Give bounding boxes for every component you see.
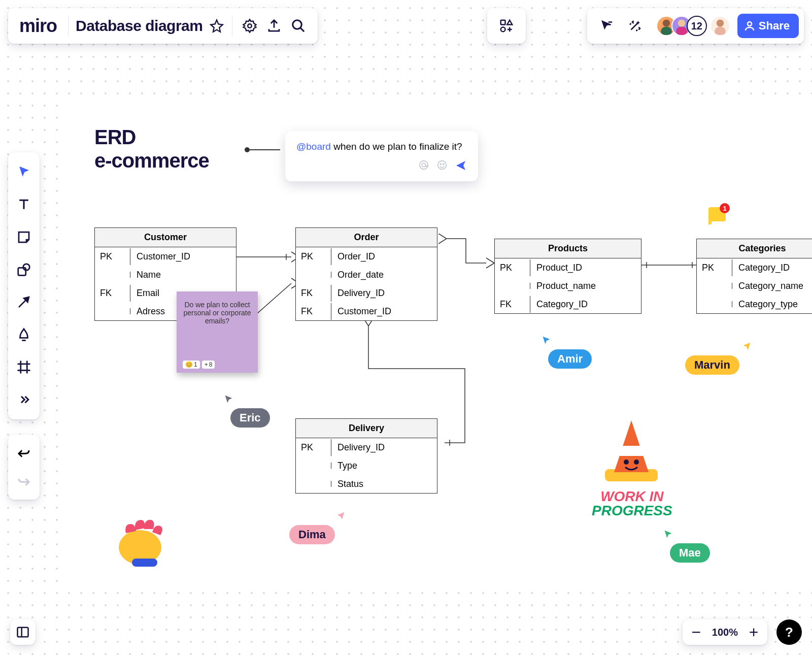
entity-categories-header: Categories bbox=[697, 239, 812, 258]
diagram-title-line2[interactable]: e-commerce bbox=[94, 149, 209, 172]
tool-more[interactable] bbox=[8, 384, 40, 415]
svg-rect-9 bbox=[715, 27, 726, 36]
cursor-eric: Eric bbox=[223, 394, 270, 428]
comment-text: @board when do we plan to finalize it? bbox=[296, 141, 467, 152]
sticker-cone[interactable] bbox=[596, 416, 667, 489]
sticky-reactions[interactable]: 😊1 +8 bbox=[183, 361, 215, 369]
cursor-marvin: Marvin bbox=[741, 341, 752, 375]
cursor-label-amir: Amir bbox=[548, 349, 592, 369]
cursor-amir: Amir bbox=[541, 335, 592, 369]
tool-shape[interactable] bbox=[8, 254, 40, 285]
entity-delivery[interactable]: Delivery PKDelivery_ID Type Status bbox=[295, 418, 437, 494]
connector-order-products[interactable] bbox=[438, 234, 494, 269]
svg-point-15 bbox=[438, 161, 447, 170]
svg-point-22 bbox=[634, 460, 639, 465]
export-icon[interactable] bbox=[262, 14, 286, 38]
svg-point-1 bbox=[293, 20, 302, 29]
svg-point-16 bbox=[440, 163, 441, 165]
zoom-in-button[interactable]: + bbox=[745, 624, 762, 641]
svg-rect-19 bbox=[132, 559, 157, 567]
cursor-label-marvin: Marvin bbox=[685, 355, 739, 375]
connector-products-categories[interactable] bbox=[641, 260, 697, 270]
miro-logo[interactable]: miro bbox=[15, 15, 63, 37]
header-left-panel: miro Database diagram bbox=[8, 8, 318, 44]
tool-select[interactable] bbox=[8, 156, 40, 188]
send-icon[interactable] bbox=[455, 159, 467, 174]
cursor-label-dima: Dima bbox=[289, 525, 335, 544]
help-button[interactable]: ? bbox=[776, 619, 802, 645]
redo-button[interactable] bbox=[8, 467, 40, 496]
svg-point-14 bbox=[422, 163, 425, 167]
svg-point-0 bbox=[248, 24, 252, 28]
sticky-react-1[interactable]: 😊1 bbox=[183, 361, 200, 369]
entity-order[interactable]: Order PKOrder_ID Order_date FKDelivery_I… bbox=[295, 227, 437, 321]
svg-rect-5 bbox=[661, 27, 672, 36]
svg-point-4 bbox=[663, 19, 670, 26]
share-button[interactable]: Share bbox=[737, 14, 799, 38]
categories-comment-badge[interactable]: 1 bbox=[708, 207, 726, 221]
svg-point-8 bbox=[717, 19, 724, 26]
tool-sticky[interactable] bbox=[8, 221, 40, 253]
cursor-mae: Mae bbox=[663, 529, 710, 563]
zoom-out-button[interactable]: − bbox=[688, 624, 705, 641]
svg-point-3 bbox=[501, 27, 505, 32]
entity-delivery-header: Delivery bbox=[296, 419, 437, 438]
svg-point-10 bbox=[748, 22, 752, 26]
mention-icon[interactable] bbox=[418, 159, 429, 174]
panel-toggle-button[interactable] bbox=[10, 619, 36, 645]
settings-icon[interactable] bbox=[238, 14, 262, 38]
entity-customer-header: Customer bbox=[95, 228, 236, 247]
svg-point-6 bbox=[678, 19, 685, 26]
reactions-icon[interactable] bbox=[623, 14, 647, 38]
entity-categories[interactable]: Categories PKCategory_ID Category_name C… bbox=[696, 239, 812, 314]
svg-rect-23 bbox=[18, 628, 28, 637]
header-apps-panel bbox=[487, 8, 526, 44]
tool-frame[interactable] bbox=[8, 351, 40, 383]
sticker-wip-text[interactable]: WORK IN PROGRESS bbox=[592, 489, 672, 518]
entity-products-header: Products bbox=[495, 239, 641, 258]
emoji-icon[interactable] bbox=[436, 159, 448, 174]
svg-point-17 bbox=[443, 163, 444, 165]
header-right-panel: 12 Share bbox=[587, 8, 804, 44]
comment-box[interactable]: @board when do we plan to finalize it? bbox=[285, 131, 478, 181]
zoom-controls: − 100% + bbox=[683, 619, 767, 645]
undo-button[interactable] bbox=[8, 439, 40, 467]
comment-count-badge: 1 bbox=[720, 203, 730, 213]
cursor-dima: Dima bbox=[335, 511, 346, 544]
avatar-count[interactable]: 12 bbox=[687, 16, 707, 36]
participant-avatars[interactable]: 12 bbox=[656, 16, 730, 36]
diagram-title-line1[interactable]: ERD bbox=[94, 126, 136, 149]
add-shape-icon[interactable] bbox=[494, 14, 519, 38]
zoom-value[interactable]: 100% bbox=[712, 627, 738, 638]
sticker-clap[interactable] bbox=[111, 508, 177, 571]
sticky-note[interactable]: Do we plan to collect personal or corpor… bbox=[177, 291, 258, 373]
cursor-label-eric: Eric bbox=[230, 408, 270, 428]
sticky-text: Do we plan to collect personal or corpor… bbox=[183, 301, 252, 325]
comment-pin-icon bbox=[250, 149, 280, 150]
entity-order-header: Order bbox=[296, 228, 437, 247]
star-icon[interactable] bbox=[207, 14, 227, 38]
left-toolbar bbox=[8, 152, 40, 419]
tool-pen[interactable] bbox=[8, 319, 40, 350]
entity-products[interactable]: Products PKProduct_ID Product_name FKCat… bbox=[494, 239, 641, 314]
search-icon[interactable] bbox=[286, 14, 311, 38]
board-title[interactable]: Database diagram bbox=[74, 17, 207, 35]
svg-point-21 bbox=[624, 460, 629, 465]
svg-rect-7 bbox=[676, 27, 687, 36]
cursor-mode-icon[interactable] bbox=[594, 14, 619, 38]
header-separator bbox=[68, 16, 69, 36]
tool-text[interactable] bbox=[8, 189, 40, 220]
header-separator-2 bbox=[232, 16, 232, 36]
cursor-label-mae: Mae bbox=[670, 543, 710, 563]
undo-redo-panel bbox=[8, 435, 40, 500]
avatar-me[interactable] bbox=[710, 16, 730, 36]
sticky-react-more[interactable]: +8 bbox=[202, 361, 215, 369]
tool-arrow[interactable] bbox=[8, 286, 40, 318]
share-label: Share bbox=[759, 19, 790, 32]
svg-rect-2 bbox=[501, 20, 505, 25]
